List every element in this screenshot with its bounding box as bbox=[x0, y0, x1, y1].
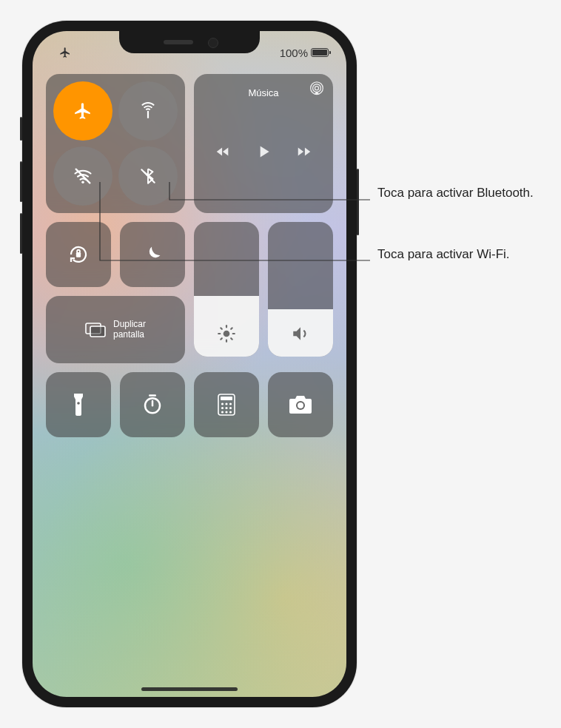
svg-point-4 bbox=[315, 87, 319, 90]
svg-point-5 bbox=[313, 84, 321, 92]
camera-icon bbox=[289, 395, 312, 414]
control-center-screen: 100% bbox=[33, 31, 346, 697]
home-indicator[interactable] bbox=[141, 687, 238, 691]
airplay-icon[interactable] bbox=[309, 81, 324, 99]
bluetooth-toggle[interactable] bbox=[118, 146, 178, 206]
svg-point-32 bbox=[225, 411, 227, 413]
music-controls bbox=[203, 98, 324, 204]
side-button bbox=[357, 169, 359, 235]
phone-frame: 100% bbox=[22, 21, 357, 707]
battery-icon bbox=[311, 48, 329, 57]
svg-point-19 bbox=[77, 402, 80, 405]
timer-button[interactable] bbox=[120, 372, 185, 437]
rotation-lock-button[interactable] bbox=[46, 222, 111, 287]
do-not-disturb-button[interactable] bbox=[120, 222, 185, 287]
svg-rect-7 bbox=[76, 252, 81, 257]
volume-up-button bbox=[20, 161, 22, 202]
svg-point-33 bbox=[229, 411, 232, 413]
airplane-mode-toggle[interactable] bbox=[53, 81, 112, 141]
callout-bluetooth: Toca para activar Bluetooth. bbox=[377, 185, 534, 202]
camera-button[interactable] bbox=[268, 372, 333, 437]
sun-icon bbox=[217, 324, 236, 346]
svg-point-1 bbox=[81, 181, 84, 183]
calculator-button[interactable] bbox=[194, 372, 259, 437]
speaker-icon bbox=[291, 324, 310, 346]
svg-point-35 bbox=[298, 402, 303, 408]
screen-mirroring-button[interactable]: Duplicar pantalla bbox=[46, 296, 185, 363]
svg-rect-0 bbox=[147, 111, 149, 118]
status-right: 100% bbox=[280, 44, 329, 61]
play-icon[interactable] bbox=[254, 142, 273, 161]
moon-icon bbox=[142, 244, 163, 265]
cellular-antenna-icon bbox=[138, 101, 158, 121]
rotation-lock-icon bbox=[67, 243, 90, 266]
airplane-icon bbox=[59, 47, 71, 58]
bluetooth-off-icon bbox=[138, 166, 158, 186]
notch bbox=[119, 31, 260, 53]
svg-rect-24 bbox=[221, 397, 232, 400]
flashlight-button[interactable] bbox=[46, 372, 111, 437]
svg-point-25 bbox=[221, 402, 224, 405]
svg-point-31 bbox=[221, 411, 224, 413]
music-module[interactable]: Música bbox=[194, 74, 333, 213]
calculator-icon bbox=[218, 394, 235, 416]
brightness-slider[interactable] bbox=[194, 222, 259, 357]
screen-mirror-icon bbox=[85, 320, 106, 338]
wifi-off-icon bbox=[73, 166, 93, 186]
screen-mirror-label: Duplicar pantalla bbox=[113, 319, 146, 340]
svg-point-30 bbox=[229, 407, 232, 409]
status-left bbox=[50, 44, 95, 61]
timer-icon bbox=[141, 394, 164, 416]
svg-point-26 bbox=[225, 402, 227, 405]
mute-switch bbox=[20, 117, 22, 141]
control-center-grid: Música bbox=[46, 74, 333, 437]
music-title: Música bbox=[203, 87, 324, 98]
connectivity-module[interactable] bbox=[46, 74, 185, 213]
svg-point-29 bbox=[225, 407, 227, 409]
flashlight-icon bbox=[72, 394, 85, 416]
svg-line-16 bbox=[231, 328, 232, 329]
svg-line-13 bbox=[221, 328, 222, 329]
airplane-icon bbox=[73, 101, 93, 121]
svg-point-8 bbox=[224, 331, 230, 337]
svg-point-27 bbox=[229, 402, 232, 405]
prev-track-icon[interactable] bbox=[215, 144, 231, 160]
svg-rect-18 bbox=[90, 326, 105, 337]
battery-percentage: 100% bbox=[280, 47, 308, 59]
svg-point-28 bbox=[221, 407, 224, 409]
volume-down-button bbox=[20, 213, 22, 254]
svg-line-14 bbox=[231, 338, 232, 340]
volume-slider[interactable] bbox=[268, 222, 333, 357]
next-track-icon[interactable] bbox=[296, 144, 312, 160]
svg-line-15 bbox=[221, 338, 222, 340]
callout-wifi: Toca para activar Wi-Fi. bbox=[377, 246, 510, 263]
wifi-toggle[interactable] bbox=[53, 146, 112, 206]
cellular-data-toggle[interactable] bbox=[118, 81, 178, 141]
